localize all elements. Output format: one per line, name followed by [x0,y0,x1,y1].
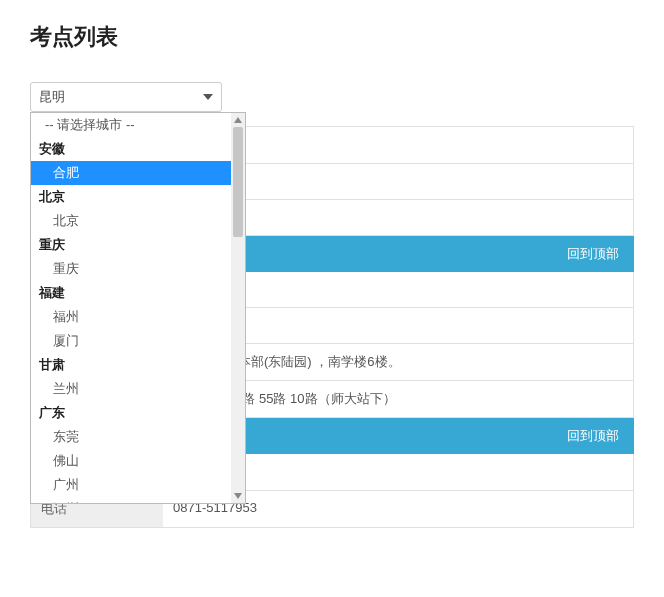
dropdown-optgroup: 福建 [31,281,231,305]
city-dropdown: 昆明 -- 请选择城市 --安徽合肥北京北京重庆重庆福建福州厦门甘肃兰州广东东莞… [30,82,222,112]
city-dropdown-panel: -- 请选择城市 --安徽合肥北京北京重庆重庆福建福州厦门甘肃兰州广东东莞佛山广… [30,112,246,504]
dropdown-optgroup: 甘肃 [31,353,231,377]
city-dropdown-trigger[interactable]: 昆明 [30,82,222,112]
scroll-thumb[interactable] [233,127,243,237]
dropdown-option[interactable]: 厦门 [31,329,231,353]
dropdown-optgroup: 广东 [31,401,231,425]
dropdown-option[interactable]: 重庆 [31,257,231,281]
dropdown-option[interactable]: 广州 [31,473,231,497]
dropdown-optgroup: 重庆 [31,233,231,257]
city-dropdown-selected: 昆明 [39,88,65,106]
dropdown-placeholder-option[interactable]: -- 请选择城市 -- [31,113,231,137]
city-dropdown-list[interactable]: -- 请选择城市 --安徽合肥北京北京重庆重庆福建福州厦门甘肃兰州广东东莞佛山广… [31,113,231,503]
scroll-up-arrow-icon[interactable] [231,113,245,127]
dropdown-option[interactable]: 福州 [31,305,231,329]
dropdown-option[interactable]: 北京 [31,209,231,233]
back-to-top-link[interactable]: 回到顶部 [567,245,619,263]
page-title: 考点列表 [30,22,634,52]
dropdown-option[interactable]: 兰州 [31,377,231,401]
scroll-down-arrow-icon[interactable] [231,489,245,503]
dropdown-optgroup: 北京 [31,185,231,209]
dropdown-optgroup: 安徽 [31,137,231,161]
dropdown-scrollbar[interactable] [231,113,245,503]
scroll-track[interactable] [231,127,245,489]
dropdown-option[interactable]: 合肥 [31,161,231,185]
back-to-top-link[interactable]: 回到顶部 [567,427,619,445]
dropdown-option[interactable]: 深圳 [31,497,231,503]
dropdown-option[interactable]: 东莞 [31,425,231,449]
dropdown-option[interactable]: 佛山 [31,449,231,473]
chevron-down-icon [203,94,213,100]
